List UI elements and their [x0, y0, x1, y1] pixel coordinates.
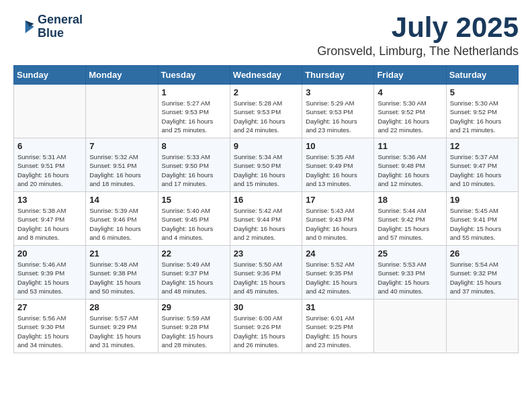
day-number: 4	[378, 87, 442, 97]
day-info: Sunrise: 5:56 AM Sunset: 9:30 PM Dayligh…	[17, 314, 82, 349]
calendar-week-row: 27Sunrise: 5:56 AM Sunset: 9:30 PM Dayli…	[14, 300, 519, 353]
day-number: 10	[306, 141, 370, 151]
weekday-header: Saturday	[446, 66, 518, 85]
calendar-cell	[86, 85, 158, 138]
day-number: 12	[450, 141, 515, 151]
calendar-cell: 28Sunrise: 5:57 AM Sunset: 9:29 PM Dayli…	[86, 300, 158, 353]
calendar-cell: 19Sunrise: 5:45 AM Sunset: 9:41 PM Dayli…	[446, 192, 518, 246]
calendar-cell: 11Sunrise: 5:36 AM Sunset: 9:48 PM Dayli…	[374, 138, 446, 192]
calendar-cell: 15Sunrise: 5:40 AM Sunset: 9:45 PM Dayli…	[158, 192, 230, 246]
calendar-week-row: 13Sunrise: 5:38 AM Sunset: 9:47 PM Dayli…	[14, 192, 519, 246]
logo-line2: Blue	[38, 27, 83, 40]
day-info: Sunrise: 5:46 AM Sunset: 9:39 PM Dayligh…	[17, 260, 82, 295]
weekday-header: Friday	[374, 66, 446, 85]
day-number: 24	[306, 248, 370, 259]
calendar-cell: 17Sunrise: 5:43 AM Sunset: 9:43 PM Dayli…	[302, 192, 374, 246]
location-title: Gronsveld, Limburg, The Netherlands	[317, 44, 519, 58]
day-info: Sunrise: 5:43 AM Sunset: 9:43 PM Dayligh…	[306, 206, 370, 242]
logo-icon	[13, 16, 35, 38]
month-title: July 2025	[317, 13, 519, 42]
calendar-cell: 14Sunrise: 5:39 AM Sunset: 9:46 PM Dayli…	[86, 192, 158, 246]
weekday-header: Thursday	[302, 66, 374, 85]
weekday-header: Wednesday	[230, 66, 302, 85]
calendar-cell: 4Sunrise: 5:30 AM Sunset: 9:52 PM Daylig…	[374, 85, 446, 138]
day-info: Sunrise: 5:53 AM Sunset: 9:33 PM Dayligh…	[378, 260, 442, 295]
weekday-header: Tuesday	[158, 66, 230, 85]
day-info: Sunrise: 5:28 AM Sunset: 9:53 PM Dayligh…	[234, 99, 298, 134]
day-number: 19	[450, 195, 515, 205]
calendar-cell: 10Sunrise: 5:35 AM Sunset: 9:49 PM Dayli…	[302, 138, 374, 192]
day-number: 3	[306, 87, 370, 97]
day-info: Sunrise: 5:40 AM Sunset: 9:45 PM Dayligh…	[162, 206, 226, 242]
calendar-cell: 16Sunrise: 5:42 AM Sunset: 9:44 PM Dayli…	[230, 192, 302, 246]
calendar-cell: 23Sunrise: 5:50 AM Sunset: 9:36 PM Dayli…	[230, 246, 302, 300]
day-info: Sunrise: 5:29 AM Sunset: 9:53 PM Dayligh…	[306, 99, 370, 134]
day-number: 20	[17, 248, 82, 259]
day-number: 22	[162, 248, 226, 259]
day-info: Sunrise: 5:39 AM Sunset: 9:46 PM Dayligh…	[89, 206, 154, 242]
day-info: Sunrise: 5:30 AM Sunset: 9:52 PM Dayligh…	[378, 99, 442, 134]
day-number: 31	[306, 302, 370, 312]
calendar-cell: 9Sunrise: 5:34 AM Sunset: 9:50 PM Daylig…	[230, 138, 302, 192]
calendar-cell	[446, 300, 518, 353]
calendar-cell: 8Sunrise: 5:33 AM Sunset: 9:50 PM Daylig…	[158, 138, 230, 192]
calendar-cell: 1Sunrise: 5:27 AM Sunset: 9:53 PM Daylig…	[158, 85, 230, 138]
weekday-header: Sunday	[14, 66, 86, 85]
day-info: Sunrise: 5:33 AM Sunset: 9:50 PM Dayligh…	[162, 152, 226, 188]
day-info: Sunrise: 5:59 AM Sunset: 9:28 PM Dayligh…	[162, 314, 226, 349]
day-info: Sunrise: 5:52 AM Sunset: 9:35 PM Dayligh…	[306, 260, 370, 295]
calendar-week-row: 20Sunrise: 5:46 AM Sunset: 9:39 PM Dayli…	[14, 246, 519, 300]
day-number: 23	[234, 248, 298, 259]
day-info: Sunrise: 5:45 AM Sunset: 9:41 PM Dayligh…	[450, 206, 515, 242]
calendar: SundayMondayTuesdayWednesdayThursdayFrid…	[13, 65, 519, 353]
day-info: Sunrise: 5:37 AM Sunset: 9:47 PM Dayligh…	[450, 152, 515, 188]
calendar-cell: 24Sunrise: 5:52 AM Sunset: 9:35 PM Dayli…	[302, 246, 374, 300]
page-header: General Blue July 2025 Gronsveld, Limbur…	[13, 13, 519, 58]
calendar-week-row: 6Sunrise: 5:31 AM Sunset: 9:51 PM Daylig…	[14, 138, 519, 192]
day-number: 8	[162, 141, 226, 151]
day-info: Sunrise: 5:34 AM Sunset: 9:50 PM Dayligh…	[234, 152, 298, 188]
day-info: Sunrise: 5:49 AM Sunset: 9:37 PM Dayligh…	[162, 260, 226, 295]
calendar-cell: 12Sunrise: 5:37 AM Sunset: 9:47 PM Dayli…	[446, 138, 518, 192]
day-number: 1	[162, 87, 226, 97]
day-number: 9	[234, 141, 298, 151]
day-number: 17	[306, 195, 370, 205]
calendar-cell: 21Sunrise: 5:48 AM Sunset: 9:38 PM Dayli…	[86, 246, 158, 300]
day-number: 15	[162, 195, 226, 205]
day-number: 25	[378, 248, 442, 259]
day-number: 21	[89, 248, 154, 259]
day-info: Sunrise: 6:01 AM Sunset: 9:25 PM Dayligh…	[306, 314, 370, 349]
calendar-cell	[14, 85, 86, 138]
day-number: 26	[450, 248, 515, 259]
day-number: 30	[234, 302, 298, 312]
day-number: 2	[234, 87, 298, 97]
day-info: Sunrise: 5:44 AM Sunset: 9:42 PM Dayligh…	[378, 206, 442, 242]
day-number: 6	[17, 141, 82, 151]
day-info: Sunrise: 5:30 AM Sunset: 9:52 PM Dayligh…	[450, 99, 515, 134]
title-area: July 2025 Gronsveld, Limburg, The Nether…	[317, 13, 519, 58]
day-info: Sunrise: 5:48 AM Sunset: 9:38 PM Dayligh…	[89, 260, 154, 295]
day-info: Sunrise: 5:50 AM Sunset: 9:36 PM Dayligh…	[234, 260, 298, 295]
calendar-cell: 22Sunrise: 5:49 AM Sunset: 9:37 PM Dayli…	[158, 246, 230, 300]
day-info: Sunrise: 6:00 AM Sunset: 9:26 PM Dayligh…	[234, 314, 298, 349]
calendar-cell: 31Sunrise: 6:01 AM Sunset: 9:25 PM Dayli…	[302, 300, 374, 353]
calendar-cell: 29Sunrise: 5:59 AM Sunset: 9:28 PM Dayli…	[158, 300, 230, 353]
day-info: Sunrise: 5:27 AM Sunset: 9:53 PM Dayligh…	[162, 99, 226, 134]
calendar-cell: 25Sunrise: 5:53 AM Sunset: 9:33 PM Dayli…	[374, 246, 446, 300]
calendar-body: 1Sunrise: 5:27 AM Sunset: 9:53 PM Daylig…	[14, 85, 519, 353]
logo-line1: General	[38, 13, 83, 27]
calendar-cell: 7Sunrise: 5:32 AM Sunset: 9:51 PM Daylig…	[86, 138, 158, 192]
day-number: 18	[378, 195, 442, 205]
calendar-cell: 3Sunrise: 5:29 AM Sunset: 9:53 PM Daylig…	[302, 85, 374, 138]
day-number: 28	[89, 302, 154, 312]
calendar-cell: 27Sunrise: 5:56 AM Sunset: 9:30 PM Dayli…	[14, 300, 86, 353]
day-info: Sunrise: 5:32 AM Sunset: 9:51 PM Dayligh…	[89, 152, 154, 188]
weekday-header: Monday	[86, 66, 158, 85]
day-number: 11	[378, 141, 442, 151]
day-number: 13	[17, 195, 82, 205]
day-info: Sunrise: 5:57 AM Sunset: 9:29 PM Dayligh…	[89, 314, 154, 349]
day-number: 16	[234, 195, 298, 205]
calendar-cell: 30Sunrise: 6:00 AM Sunset: 9:26 PM Dayli…	[230, 300, 302, 353]
calendar-cell: 20Sunrise: 5:46 AM Sunset: 9:39 PM Dayli…	[14, 246, 86, 300]
day-info: Sunrise: 5:35 AM Sunset: 9:49 PM Dayligh…	[306, 152, 370, 188]
